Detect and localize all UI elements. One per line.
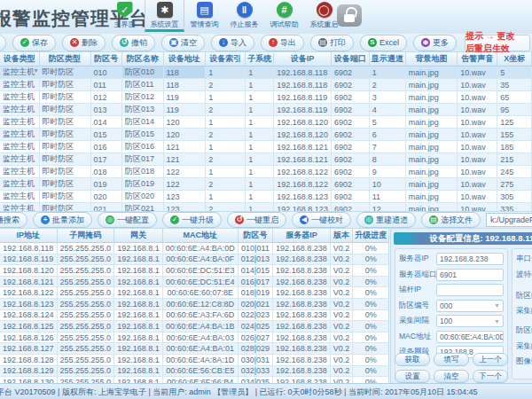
toolbar-button-4[interactable]: ↺撤销 [112,35,155,51]
table-row[interactable]: 192.168.8.129255.255.255.0192.168.8.100:… [0,365,389,377]
table-cell: 7 [369,141,405,153]
table-row[interactable]: 监控主机即时防区017防区01712121192.168.8.12169028m… [0,153,532,166]
table-row[interactable]: 192.168.8.119255.255.255.0192.168.8.100:… [0,254,389,265]
table-cell: 192.168.8.118 [274,79,332,91]
action-button-2[interactable]: +批量添加 [33,212,92,228]
table-row[interactable]: 192.168.8.118255.255.255.0192.168.8.100:… [0,243,389,254]
action-button-3[interactable]: ◎一键配置 [98,212,157,228]
action-button-1[interactable]: ◎广播搜索 [0,212,27,228]
column-header[interactable]: 服务器IP [273,229,331,243]
table-cell: 335 [497,203,532,212]
table-row[interactable]: 192.168.8.128255.255.255.0192.168.8.100:… [0,354,389,365]
toolbar-button-7[interactable]: ↑导出 [261,35,304,51]
column-header[interactable]: 网关 [114,229,163,243]
toolbar-button-2[interactable]: ✓保存 [12,35,56,51]
table-row[interactable]: 192.168.8.126255.255.255.0192.168.8.100:… [0,332,389,343]
table-cell: 192.168.8.122 [274,178,332,191]
toolbar-button-label: 撤销 [131,37,147,49]
table-row[interactable]: 192.168.8.124255.255.255.0192.168.8.100:… [0,309,389,321]
config-button-1[interactable]: 获取 [395,353,430,366]
config-field-input[interactable] [436,284,504,296]
action-button-6[interactable]: ◀一键校对 [292,212,351,228]
table-row[interactable]: 监控主机即时防区016防区01612111192.168.8.12169027m… [0,141,532,153]
config-panel: 设备配置信息: 192.168.8.118 服务器IP192.168.8.238… [390,229,532,383]
table-cell: 192.168.8.238 [273,243,331,254]
table-row[interactable]: 监控主机即时防区011防区01111821192.168.8.11869022m… [0,79,532,91]
export-icon: ↑ [269,38,278,47]
table-row[interactable]: 192.168.8.130255.255.255.0192.168.8.100:… [0,377,389,383]
table-cell: 监控主机 [0,153,39,166]
table-row[interactable]: 192.168.8.123255.255.255.0192.168.8.100:… [0,298,389,309]
menu-item-3[interactable]: ▤警情查询 [184,0,224,32]
table-row[interactable]: 监控主机▾即时防区010防区01011811192.168.8.11869021… [0,66,532,79]
config-button-6[interactable]: 下一个 [473,370,508,383]
table-row[interactable]: 监控主机即时防区021防区02112321192.168.8.123690212… [0,203,532,212]
table-row[interactable]: 监控主机即时防区019防区01912221192.168.8.122690210… [0,178,532,191]
toolbar-button-label: 导入 [231,37,246,49]
column-header[interactable]: 防区号 [238,229,272,243]
config-field-input[interactable]: 6901 [436,269,504,281]
action-button-5[interactable]: ↺一键重启 [227,212,286,228]
config-field-input[interactable]: 192.168.8.238 [436,253,504,265]
column-header[interactable]: 设备地址 [163,52,206,66]
column-header[interactable]: 设备类型 [0,52,39,66]
config-button-5[interactable]: 清空 [434,370,469,383]
table-row[interactable]: 192.168.8.121255.255.255.0192.168.8.100:… [0,276,389,287]
table-row[interactable]: 监控主机即时防区015防区01512021192.168.8.12069026m… [0,129,532,141]
toolbar-button-5[interactable]: ▣清空 [161,35,205,51]
dropdown-caret-icon[interactable]: ▾ [34,66,37,74]
column-header[interactable]: 设备端口 [331,52,369,66]
column-header[interactable]: IP地址 [0,229,57,243]
column-header[interactable]: 背景地图 [405,52,457,66]
toolbar-button-6[interactable]: ↓导入 [211,35,254,51]
column-header[interactable]: 告警声音 [458,52,497,66]
column-header[interactable]: 设备索引 [206,52,246,66]
column-header[interactable]: 子网掩码 [57,229,114,243]
column-header[interactable]: 设备IP [274,52,332,66]
column-header[interactable]: 升级进度 [353,229,389,243]
config-button-4[interactable]: 设置 [395,370,430,383]
table-row[interactable]: 监控主机即时防区018防区01812211192.168.8.12269029m… [0,166,532,178]
table-row[interactable]: 192.168.8.122255.255.255.0192.168.8.100:… [0,287,389,299]
column-header[interactable]: MAC地址 [162,229,238,243]
table-row[interactable]: 192.168.8.120255.255.255.0192.168.8.100:… [0,265,389,277]
excel-button[interactable]: SExcel [360,35,407,51]
table-cell: main.jpg [405,166,457,178]
action-button-7[interactable]: ◎重建通道 [356,212,416,228]
table-row[interactable]: 监控主机即时防区013防区01311921192.168.8.11969024m… [0,104,532,116]
column-header[interactable]: 版本 [330,229,353,243]
chevron-down-icon: ▼ [494,302,500,309]
menu-item-1[interactable]: ✓主界面 [105,0,145,32]
action-button-4[interactable]: ✓一键升级 [162,212,222,228]
config-button-3[interactable]: 上一个 [473,353,508,366]
column-header[interactable]: 子系统 [246,52,274,66]
column-header[interactable]: X坐标 [497,52,532,66]
toolbar-button-8[interactable]: ▤打印 [310,35,354,51]
menu-item-5[interactable]: #调试帮助 [264,0,304,32]
column-header[interactable]: 防区类型 [39,52,90,66]
config-field-input[interactable]: 00:60:6E:A4:BA:0D [436,331,504,343]
table-row[interactable]: 192.168.8.125255.255.255.0192.168.8.100:… [0,321,389,332]
column-header[interactable]: 防区号 [90,52,122,66]
column-header[interactable]: 显示通道 [369,52,405,66]
config-field-value: 000 [440,301,452,310]
action-button-8[interactable]: ▤选择文件 [421,212,481,228]
config-field-input[interactable]: 000▼ [436,300,504,312]
menu-item-4[interactable]: ‖停止服务 [224,0,264,32]
menu-item-2[interactable]: ✱系统设置 [145,0,184,32]
status-bar: 报警监控管理平台 V20170509 | 版权所有: 上海宝学电子 | 当前用户… [0,383,532,399]
toolbar-button-1[interactable]: +添加 [0,35,6,51]
toolbar-button-10[interactable]: ◉更多 [413,35,457,51]
upgrade-file-input[interactable] [486,213,532,227]
table-row[interactable]: 192.168.8.127255.255.255.0192.168.8.100:… [0,343,389,355]
config-button-2[interactable]: 填写 [434,353,469,366]
table-cell: 即时防区 [39,153,90,166]
toolbar-button-3[interactable]: ✕删除 [62,35,106,51]
table-row[interactable]: 监控主机即时防区014防区01412011192.168.8.12069025m… [0,116,532,129]
column-header[interactable]: 防区名称 [122,52,163,66]
table-row[interactable]: 监控主机即时防区020防区02012311192.168.8.123690211… [0,191,532,203]
table-cell: 00:60:6E:A4:BA:1B [162,321,238,332]
config-field-input[interactable]: 100▼ [436,315,504,327]
table-row[interactable]: 监控主机即时防区012防区01211911192.168.8.11969023m… [0,91,532,104]
lock-icon[interactable] [337,4,362,27]
